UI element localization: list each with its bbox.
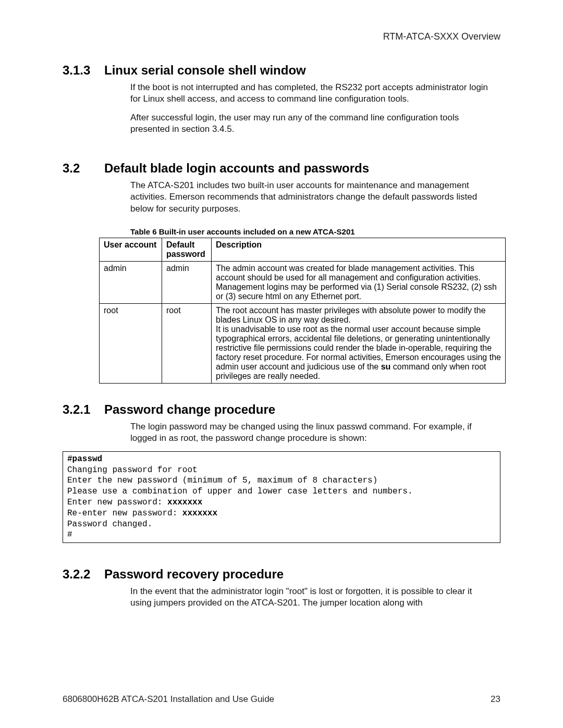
cell-account: root <box>100 303 162 383</box>
code-line: Password changed. <box>67 520 152 529</box>
section-number: 3.2.1 <box>63 402 104 417</box>
footer-page-number: 23 <box>491 694 500 705</box>
paragraph: After successful login, the user may run… <box>130 112 495 135</box>
desc-pre: The root account has master privileges w… <box>216 306 501 371</box>
desc-su-command: su <box>381 362 391 371</box>
code-line: # <box>67 530 72 539</box>
cell-account: admin <box>100 261 162 303</box>
code-password-mask: xxxxxxx <box>182 509 217 518</box>
cell-description: The root account has master privileges w… <box>212 303 506 383</box>
table-row: root root The root account has master pr… <box>100 303 506 383</box>
page-footer: 6806800H62B ATCA-S201 Installation and U… <box>63 694 500 705</box>
code-line: Enter the new password (minimum of 5, ma… <box>67 476 377 485</box>
col-header-password: Default password <box>162 238 212 261</box>
code-password-mask: xxxxxxx <box>167 498 202 507</box>
table-row: admin admin The admin account was create… <box>100 261 506 303</box>
footer-doc-title: 6806800H62B ATCA-S201 Installation and U… <box>63 694 274 705</box>
section-title: Linux serial console shell window <box>104 63 306 78</box>
code-line: Re-enter new password: <box>67 509 182 518</box>
passwd-code-block: #passwd Changing password for root Enter… <box>63 451 500 543</box>
code-line: Enter new password: <box>67 498 167 507</box>
heading-3-2-2: 3.2.2 Password recovery procedure <box>63 567 500 582</box>
section-title: Password change procedure <box>104 402 275 417</box>
code-line: Changing password for root <box>67 465 198 475</box>
paragraph: The ATCA-S201 includes two built-in user… <box>130 180 495 214</box>
accounts-table: User account Default password Descriptio… <box>99 238 506 384</box>
section-title: Default blade login accounts and passwor… <box>104 161 369 176</box>
cell-password: root <box>162 303 212 383</box>
paragraph: In the event that the administrator logi… <box>130 586 495 609</box>
heading-3-1-3: 3.1.3 Linux serial console shell window <box>63 63 500 78</box>
page-header: RTM-ATCA-SXXX Overview <box>63 31 500 42</box>
col-header-account: User account <box>100 238 162 261</box>
paragraph: The login password may be changed using … <box>130 421 495 444</box>
heading-3-2: 3.2 Default blade login accounts and pas… <box>63 161 500 176</box>
code-line: Please use a combination of upper and lo… <box>67 487 413 496</box>
section-number: 3.2.2 <box>63 567 104 582</box>
col-header-description: Description <box>212 238 506 261</box>
paragraph: If the boot is not interrupted and has c… <box>130 82 495 105</box>
cell-description: The admin account was created for blade … <box>212 261 506 303</box>
table-caption: Table 6 Built-in user accounts included … <box>130 227 500 236</box>
section-title: Password recovery procedure <box>104 567 284 582</box>
code-line-passwd: #passwd <box>67 454 102 464</box>
cell-password: admin <box>162 261 212 303</box>
section-number: 3.2 <box>63 161 104 176</box>
heading-3-2-1: 3.2.1 Password change procedure <box>63 402 500 417</box>
table-header-row: User account Default password Descriptio… <box>100 238 506 261</box>
section-number: 3.1.3 <box>63 63 104 78</box>
